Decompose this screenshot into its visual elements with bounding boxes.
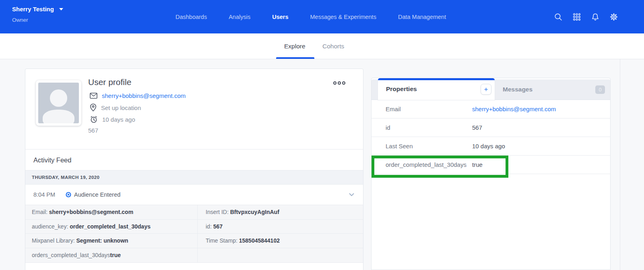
overflow-menu-icon[interactable]: [333, 81, 345, 85]
clock-icon: [90, 116, 98, 123]
chevron-down-icon: [59, 8, 63, 10]
activity-feed-header: Activity Feed: [25, 149, 363, 170]
event-properties-table: Email: sherry+bobbins@segment.com Insert…: [25, 205, 363, 263]
event-time: 8:04 PM: [33, 185, 55, 205]
property-row-id: id 567: [372, 118, 610, 137]
nav-item-users[interactable]: Users: [272, 14, 288, 20]
event-prop-cell: orders_completed_last_30daystrue: [25, 248, 198, 263]
profile-last-seen-row: 10 days ago: [90, 115, 135, 124]
event-type-dot-icon: [66, 192, 71, 197]
tab-properties[interactable]: Properties +: [378, 78, 495, 100]
settings-gear-icon[interactable]: [609, 12, 618, 21]
avatar: [36, 80, 81, 126]
active-tab-underline: [276, 57, 314, 59]
activity-event-row[interactable]: 8:04 PM Audience Entered: [25, 185, 363, 205]
mixpanel-user-profile-page: Sherry Testing Owner Dashboards Analysis…: [0, 0, 644, 270]
add-property-button[interactable]: +: [481, 84, 491, 95]
apps-grid-icon[interactable]: [572, 12, 581, 21]
notifications-bell-icon[interactable]: [591, 12, 600, 21]
user-role-label: Owner: [12, 17, 28, 23]
nav-item-analysis[interactable]: Analysis: [229, 14, 250, 20]
properties-panel: Messages 0 Properties + Email sherry+bob…: [371, 78, 611, 270]
project-name: Sherry Testing: [12, 6, 54, 12]
content-gutter-divider: [620, 59, 620, 270]
tab-messages-label: Messages: [503, 79, 533, 99]
activity-feed-title: Activity Feed: [33, 150, 71, 170]
properties-table: Email sherry+bobbins@segment.com id 567 …: [372, 100, 610, 174]
location-pin-icon: [90, 104, 97, 112]
tab-cohorts[interactable]: Cohorts: [322, 33, 344, 59]
nav-icon-group: [554, 0, 618, 33]
collapse-chevron-icon[interactable]: [349, 193, 354, 196]
users-sub-tabbar: Explore Cohorts: [0, 33, 644, 59]
property-row-order-completed: order_completed_last_30days true: [372, 156, 610, 174]
property-email-link[interactable]: sherry+bobbins@segment.com: [472, 100, 556, 118]
event-prop-cell: Email: sherry+bobbins@segment.com: [25, 205, 198, 220]
user-profile-card: User profile sherry+bobbins@segment.com …: [25, 69, 363, 270]
profile-location-row: Set up location: [90, 103, 141, 112]
nav-item-dashboards[interactable]: Dashboards: [175, 14, 207, 20]
event-prop-cell: Insert ID: BftvpxcuyAgInAuf: [198, 205, 363, 220]
tab-explore[interactable]: Explore: [284, 33, 305, 59]
profile-email-row: sherry+bobbins@segment.com: [90, 91, 186, 100]
nav-item-data-management[interactable]: Data Management: [398, 14, 446, 20]
nav-item-messages-experiments[interactable]: Messages & Experiments: [310, 14, 376, 20]
event-prop-cell: Time Stamp: 1585045844102: [198, 234, 363, 248]
profile-last-seen-text: 10 days ago: [102, 116, 135, 123]
event-prop-cell: Mixpanel Library: Segment: unknown: [25, 234, 198, 248]
tab-messages[interactable]: Messages 0: [495, 79, 610, 100]
event-prop-cell: [198, 248, 363, 263]
activity-date-label: THURSDAY, MARCH 19, 2020: [32, 170, 99, 184]
envelope-icon: [90, 93, 97, 99]
property-row-last-seen: Last Seen 10 days ago: [372, 137, 610, 156]
search-icon[interactable]: [554, 12, 563, 21]
messages-count-badge: 0: [595, 85, 605, 94]
event-prop-cell: id: 567: [198, 220, 363, 234]
project-switcher[interactable]: Sherry Testing: [12, 6, 63, 12]
tab-properties-label: Properties: [386, 78, 417, 100]
activity-date-band: THURSDAY, MARCH 19, 2020: [25, 170, 363, 185]
top-navigation-bar: Sherry Testing Owner Dashboards Analysis…: [0, 0, 644, 33]
event-prop-cell: audience_key: order_completed_last_30day…: [25, 220, 198, 234]
profile-location-text[interactable]: Set up location: [101, 104, 141, 111]
profile-email-link[interactable]: sherry+bobbins@segment.com: [102, 92, 186, 99]
event-name: Audience Entered: [74, 185, 120, 205]
profile-user-id: 567: [88, 127, 98, 134]
property-row-email: Email sherry+bobbins@segment.com: [372, 100, 610, 118]
main-nav-menu: Dashboards Analysis Users Messages & Exp…: [175, 0, 446, 33]
page-title: User profile: [88, 77, 131, 87]
